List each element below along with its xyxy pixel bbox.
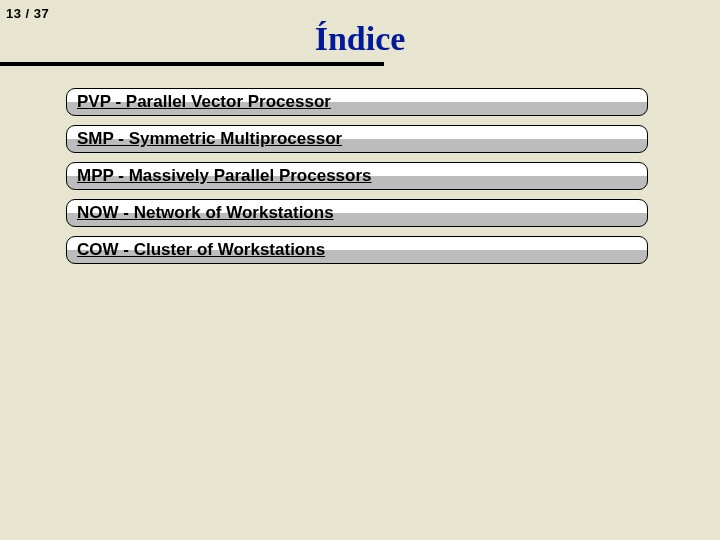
index-item-label: SMP - Symmetric Multiprocessor bbox=[77, 129, 342, 149]
index-item-label: COW - Cluster of Workstations bbox=[77, 240, 325, 260]
title-underline bbox=[0, 62, 384, 66]
index-list: PVP - Parallel Vector Processor SMP - Sy… bbox=[66, 88, 648, 273]
index-item-mpp[interactable]: MPP - Massively Parallel Processors bbox=[66, 162, 648, 190]
index-item-smp[interactable]: SMP - Symmetric Multiprocessor bbox=[66, 125, 648, 153]
index-item-label: MPP - Massively Parallel Processors bbox=[77, 166, 372, 186]
index-item-cow[interactable]: COW - Cluster of Workstations bbox=[66, 236, 648, 264]
index-item-pvp[interactable]: PVP - Parallel Vector Processor bbox=[66, 88, 648, 116]
index-item-now[interactable]: NOW - Network of Workstations bbox=[66, 199, 648, 227]
page-counter: 13 / 37 bbox=[6, 6, 49, 21]
index-item-label: PVP - Parallel Vector Processor bbox=[77, 92, 331, 112]
index-item-label: NOW - Network of Workstations bbox=[77, 203, 334, 223]
page-title: Índice bbox=[0, 20, 720, 58]
